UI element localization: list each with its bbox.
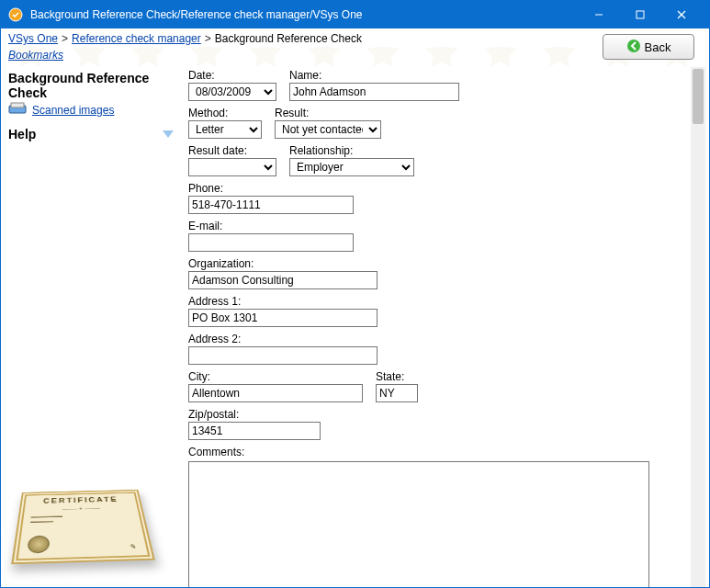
back-arrow-icon [626, 39, 641, 56]
date-field[interactable]: 08/03/2009 [188, 83, 276, 101]
vertical-scrollbar[interactable] [691, 67, 705, 587]
org-label: Organization: [188, 257, 378, 270]
name-field[interactable] [289, 83, 459, 101]
scanner-icon [8, 102, 27, 118]
email-field[interactable] [188, 233, 354, 252]
result-label: Result: [275, 107, 381, 119]
name-label: Name: [289, 69, 459, 82]
addr2-label: Address 2: [188, 333, 378, 345]
breadcrumb-root[interactable]: VSys One [8, 32, 58, 45]
svg-point-5 [627, 40, 640, 52]
back-button-label: Back [645, 40, 671, 54]
state-label: State: [376, 370, 418, 383]
svg-rect-2 [637, 11, 644, 18]
chevron-icon: > [205, 32, 211, 45]
city-field[interactable] [188, 384, 363, 402]
phone-label: Phone: [188, 182, 354, 195]
city-label: City: [188, 370, 363, 383]
result-field[interactable]: Not yet contacted [275, 120, 381, 139]
body-area: Background Reference Check Scanned image… [1, 67, 709, 587]
method-field[interactable]: Letter [188, 120, 262, 139]
breadcrumb-mid[interactable]: Reference check manager [72, 32, 201, 45]
form-pane: Date: 08/03/2009 Name: Method: Letter [185, 67, 709, 587]
sidebar-heading: Background Reference Check [8, 71, 177, 100]
back-button[interactable]: Back [603, 34, 694, 60]
addr1-field[interactable] [188, 309, 378, 327]
chevron-icon: > [62, 32, 68, 45]
phone-field[interactable] [188, 196, 354, 214]
relationship-field[interactable]: Employer [289, 158, 414, 176]
addr2-field[interactable] [188, 346, 378, 365]
email-label: E-mail: [188, 220, 354, 232]
comments-label: Comments: [188, 446, 691, 458]
org-field[interactable] [188, 271, 378, 289]
breadcrumb-current: Background Reference Check [215, 32, 362, 45]
zip-field[interactable] [188, 422, 321, 440]
maximize-button[interactable] [619, 1, 660, 28]
seal-icon [27, 536, 50, 554]
help-section[interactable]: Help [8, 127, 174, 141]
chevron-down-icon [163, 130, 174, 138]
sidebar: Background Reference Check Scanned image… [1, 67, 185, 587]
bookmarks-link[interactable]: Bookmarks [8, 49, 63, 62]
scanned-images-link[interactable]: Scanned images [32, 104, 114, 117]
date-label: Date: [188, 69, 276, 82]
method-label: Method: [188, 107, 262, 119]
close-button[interactable] [660, 1, 702, 28]
scrollbar-thumb[interactable] [693, 69, 704, 124]
comments-field[interactable] [188, 461, 649, 587]
certificate-word: CERTIFICATE [43, 496, 118, 504]
app-icon [8, 7, 23, 22]
resultdate-label: Result date: [188, 144, 276, 157]
resultdate-field[interactable] [188, 158, 276, 176]
app-window: Background Reference Check/Reference che… [0, 0, 710, 588]
window-title: Background Reference Check/Reference che… [30, 8, 578, 21]
zip-label: Zip/postal: [188, 408, 321, 421]
titlebar: Background Reference Check/Reference che… [1, 1, 709, 28]
state-field[interactable] [376, 384, 418, 402]
relationship-label: Relationship: [289, 144, 414, 157]
certificate-illustration: CERTIFICATE ──── ✦ ──── ▬▬▬▬▬▬▬▬▬▬▬▬ ✎ [11, 490, 155, 564]
svg-rect-7 [11, 103, 24, 107]
help-label: Help [8, 127, 36, 141]
addr1-label: Address 1: [188, 295, 378, 308]
minimize-button[interactable] [578, 1, 619, 28]
